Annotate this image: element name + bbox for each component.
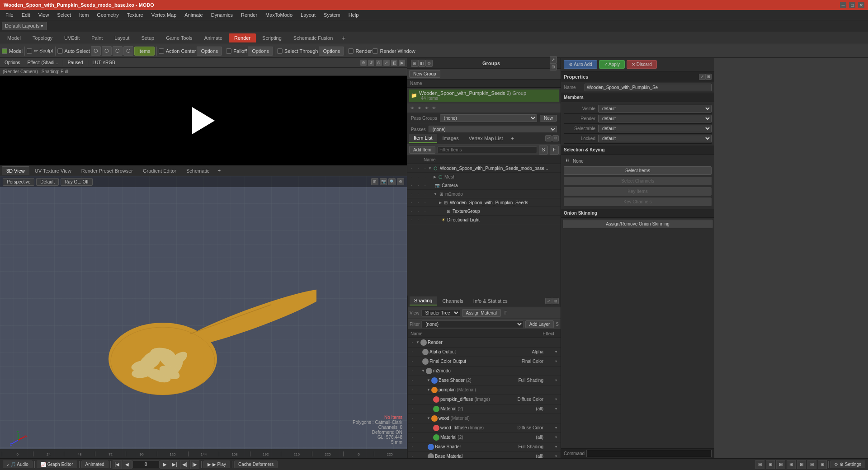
menu-item-system[interactable]: System (320, 11, 344, 19)
add-tab-button[interactable]: + (339, 33, 348, 43)
render-window-toggle[interactable]: Render Window (373, 48, 415, 54)
last-frame-button[interactable]: ▶| (170, 460, 179, 469)
filter-dropdown[interactable]: (none) (421, 320, 524, 328)
eye-1-dl[interactable]: · (408, 216, 415, 223)
expand-mesh[interactable]: ▶ (434, 175, 436, 179)
eye-2-camera[interactable]: · (415, 182, 421, 188)
top-tab-game-tools[interactable]: Game Tools (160, 33, 198, 42)
eye-3-mesh[interactable]: · (422, 174, 428, 180)
eye-1-ws[interactable]: · (408, 199, 415, 206)
render-window-checkbox[interactable] (373, 48, 378, 54)
shader-row-wood[interactable]: · ▼ wood (Material) (408, 414, 561, 423)
expand-ws[interactable]: ▶ (439, 201, 442, 205)
top-tab-setup[interactable]: Setup (136, 33, 160, 42)
menu-item-vertex-map[interactable]: Vertex Map (148, 11, 180, 19)
item-row-texture-group[interactable]: · · · ⊞ TextureGroup (407, 207, 561, 216)
items-button[interactable]: Items (134, 47, 155, 56)
shader-eye-wood[interactable]: · (409, 415, 416, 422)
shader-row-material-p[interactable]: · Material (2) (all) ▾ (408, 404, 561, 414)
filter-s-button[interactable]: S (539, 146, 548, 155)
discard-button[interactable]: ✕ Discard (627, 60, 657, 69)
item-row-dir-light[interactable]: · · · ☀ Directional Light (407, 216, 561, 224)
shader-expand-wood[interactable]: ▼ (427, 416, 430, 420)
assign-material-button[interactable]: Assign Material (462, 309, 501, 317)
menu-item-maxtomodo[interactable]: MaxToModo (262, 11, 296, 19)
top-tab-model[interactable]: Model (2, 33, 26, 42)
selectable-dropdown[interactable]: default (598, 125, 712, 132)
render-effect[interactable]: Effect: (Shadi... (24, 60, 61, 66)
view-tab-uv-texture-view[interactable]: UV Texture View (30, 167, 76, 175)
shader-row-base-shader[interactable]: · ▼ Base Shader (2) Full Shading ▾ (408, 376, 561, 385)
minimize-button[interactable]: ─ (840, 2, 846, 8)
action-center-toggle[interactable]: Action Center (159, 48, 196, 54)
groups-pin-icon[interactable]: ⊞ (550, 63, 557, 70)
shader-dropdown-mw[interactable]: ▾ (552, 434, 560, 441)
icon-btn-4[interactable]: ⬡ (123, 46, 133, 56)
prev-frame-button[interactable]: ◀ (123, 460, 132, 469)
item-row-mesh[interactable]: · · · ▶ ⬡ Mesh (407, 173, 561, 181)
rc-settings-icon[interactable]: ⚙ (360, 60, 367, 66)
group-item-wooden-spoon[interactable]: 📁 Wooden_Spoon_with_Pumpkin_Seeds 2) Gro… (409, 89, 559, 102)
eye-1-root[interactable]: · (408, 165, 415, 171)
groups-ctrl-2[interactable]: ◧ (418, 60, 425, 67)
visible-dropdown[interactable]: default (598, 105, 712, 113)
shader-row-wood-diffuse[interactable]: · wood_diffuse (Image) Diffuse Color ▾ (408, 423, 561, 433)
graph-editor-button[interactable]: 📈 Graph Editor (37, 461, 77, 468)
tab-item-list[interactable]: Item List (409, 134, 437, 143)
menu-item-help[interactable]: Help (345, 11, 363, 19)
vc-settings-icon[interactable]: ⚙ (397, 178, 404, 185)
eye-2-m2modo[interactable]: · (415, 191, 421, 197)
perspective-button[interactable]: Perspective (3, 178, 34, 186)
key-items-button[interactable]: Key Items (564, 187, 712, 196)
menu-item-dynamics[interactable]: Dynamics (208, 11, 236, 19)
top-tab-animate[interactable]: Animate (199, 33, 228, 42)
shader-expand-bs[interactable]: ▼ (427, 378, 430, 382)
sh-expand-icon[interactable]: ⤢ (545, 298, 552, 304)
rc-fullscreen-icon[interactable]: ⤢ (383, 60, 390, 66)
properties-expand-icon[interactable]: ⤢ (699, 74, 705, 80)
eye-1-mesh[interactable]: · (408, 174, 415, 180)
shader-dropdown-wd[interactable]: ▾ (552, 424, 560, 432)
item-row-m2modo[interactable]: · · · ▼ ⊞ m2modo (407, 190, 561, 198)
shader-row-pumpkin[interactable]: · ▼ pumpkin (Material) (408, 385, 561, 395)
render-lut[interactable]: LUT: sRGB (90, 60, 118, 66)
layout-dropdown[interactable]: Default Layouts ▾ (2, 22, 47, 30)
groups-eye-1[interactable]: 👁 (409, 105, 415, 111)
top-tab-layout[interactable]: Layout (109, 33, 135, 42)
menu-item-file[interactable]: File (2, 11, 17, 19)
item-list-add-tab[interactable]: + (508, 134, 516, 142)
sculpt-checkbox[interactable] (27, 48, 32, 54)
ray-gl-button[interactable]: Ray GL: Off (61, 178, 93, 186)
command-input[interactable] (586, 450, 712, 457)
render-checkbox[interactable] (348, 48, 354, 54)
eye-2-mesh[interactable]: · (415, 174, 421, 180)
bb-icon-5[interactable]: ⊞ (797, 460, 806, 469)
groups-ctrl-3[interactable]: ⚙ (425, 60, 433, 67)
sculpt-toggle[interactable]: ✏ Sculpt (27, 48, 53, 54)
bb-icon-4[interactable]: ⊞ (787, 460, 796, 469)
menu-item-animate[interactable]: Animate (181, 11, 206, 19)
auto-add-button[interactable]: ⚙ Auto Add (564, 60, 597, 69)
auto-select-toggle[interactable]: Auto Select (57, 48, 90, 54)
falloff-toggle[interactable]: Falloff (226, 48, 247, 54)
menu-item-layout[interactable]: Layout (297, 11, 319, 19)
view-tab-3d-view[interactable]: 3D View (2, 166, 29, 175)
bb-icon-1[interactable]: ⊞ (755, 460, 764, 469)
new-group-button[interactable]: New Group (409, 70, 440, 78)
rc-zoom-icon[interactable]: ⊙ (376, 60, 382, 66)
vc-cam-icon[interactable]: 📷 (380, 178, 387, 185)
settings-button[interactable]: ⚙ ⚙ Settings (830, 461, 865, 468)
eye-3-dl[interactable]: · (422, 216, 428, 223)
maximize-button[interactable]: □ (849, 2, 855, 8)
animated-button[interactable]: Animated (81, 461, 108, 468)
action-center-checkbox[interactable] (159, 48, 164, 54)
render-dropdown[interactable]: default (598, 115, 712, 122)
shader-eye-render[interactable]: · (409, 339, 416, 346)
eye-2-root[interactable]: · (415, 165, 421, 171)
top-tab-schematic-fusion[interactable]: Schematic Fusion (288, 33, 338, 42)
shader-eye-alpha[interactable]: · (409, 348, 416, 356)
shader-eye-mp[interactable]: · (409, 405, 416, 413)
cache-deformers-button[interactable]: Cache Deformers (234, 461, 278, 468)
bb-icon-2[interactable]: ⊞ (766, 460, 775, 469)
top-tab-render[interactable]: Render (229, 33, 256, 42)
